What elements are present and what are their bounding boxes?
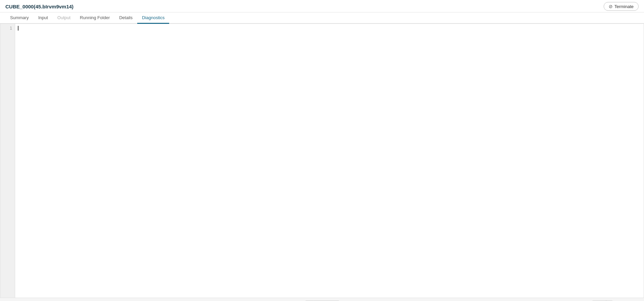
app-title: CUBE_0000(45.bIrvm9vm14) bbox=[5, 4, 74, 11]
line-numbers: 1 bbox=[0, 24, 15, 298]
line-number-1: 1 bbox=[0, 25, 15, 31]
tab-output: Output bbox=[53, 12, 75, 24]
tab-input[interactable]: Input bbox=[34, 12, 53, 24]
editor-body: 1 bbox=[0, 24, 644, 298]
terminate-icon: ⊘ bbox=[609, 4, 613, 9]
editor-content[interactable] bbox=[15, 24, 644, 298]
tab-running-folder[interactable]: Running Folder bbox=[75, 12, 115, 24]
terminate-button[interactable]: ⊘ Terminate bbox=[604, 2, 639, 11]
tab-summary[interactable]: Summary bbox=[5, 12, 34, 24]
pagination-bar: « ‹ › » Page ▲ ▼ of 1 Go bbox=[0, 298, 644, 301]
tab-bar: Summary Input Output Running Folder Deta… bbox=[0, 12, 644, 24]
terminate-label: Terminate bbox=[614, 4, 634, 9]
editor-container: 1 bbox=[0, 24, 644, 298]
tab-diagnostics[interactable]: Diagnostics bbox=[137, 12, 169, 24]
editor-cursor bbox=[18, 26, 18, 31]
tab-details[interactable]: Details bbox=[114, 12, 137, 24]
header: CUBE_0000(45.bIrvm9vm14) ⊘ Terminate bbox=[0, 0, 644, 12]
